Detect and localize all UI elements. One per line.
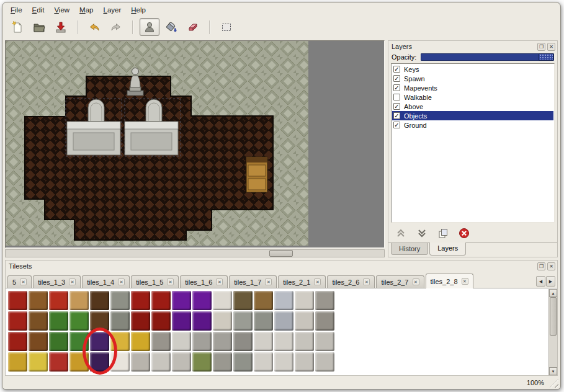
close-tab-icon[interactable]: ✕ <box>314 278 321 285</box>
tileset-tile[interactable] <box>233 290 253 311</box>
menu-item-view[interactable]: View <box>50 5 74 16</box>
layer-visibility-checkbox[interactable]: ✓ <box>393 66 400 73</box>
scroll-up-icon[interactable]: ▲ <box>549 289 557 297</box>
tileset-tile[interactable] <box>130 290 151 311</box>
layer-row-objects[interactable]: ✓Objects <box>392 111 553 120</box>
tileset-tab-tiles_1_7[interactable]: tiles_1_7✕ <box>229 275 277 288</box>
tileset-tile[interactable] <box>48 290 69 311</box>
tileset-tile[interactable] <box>28 352 48 372</box>
layer-visibility-checkbox[interactable] <box>393 94 400 100</box>
tileset-tile[interactable] <box>69 290 89 311</box>
tileset-tile[interactable] <box>192 290 212 311</box>
tileset-tile[interactable] <box>7 352 28 372</box>
opacity-slider-handle[interactable] <box>539 53 553 61</box>
tileset-tile[interactable] <box>110 311 130 331</box>
detach-panel-icon[interactable]: ❐ <box>537 262 545 270</box>
layer-row-spawn[interactable]: ✓Spawn <box>392 74 553 83</box>
tileset-tile[interactable] <box>130 311 151 331</box>
close-tab-icon[interactable]: ✕ <box>462 278 468 285</box>
map-horizontal-scrollbar[interactable] <box>5 249 385 257</box>
tileset-tile[interactable] <box>151 311 171 331</box>
tileset-tab-tiles_1_3[interactable]: tiles_1_3✕ <box>33 275 81 288</box>
tileset-tile[interactable] <box>151 290 171 311</box>
save-button[interactable] <box>51 18 71 36</box>
fill-tool-button[interactable] <box>161 18 181 36</box>
close-tab-icon[interactable]: ✕ <box>20 278 27 285</box>
tileset-tile[interactable] <box>253 290 274 311</box>
tileset-tile[interactable] <box>110 352 130 372</box>
close-tab-icon[interactable]: ✕ <box>167 278 174 285</box>
tileset-tile[interactable] <box>212 290 233 311</box>
tileset-tile[interactable] <box>274 311 294 331</box>
tileset-tile[interactable] <box>171 311 192 331</box>
tileset-tile[interactable] <box>192 311 212 331</box>
tileset-tab-5[interactable]: 5✕ <box>7 275 32 288</box>
tileset-tile[interactable] <box>130 352 151 372</box>
undo-button[interactable] <box>84 18 104 36</box>
tileset-tab-tiles_2_8[interactable]: tiles_2_8✕ <box>426 274 473 288</box>
detach-panel-icon[interactable]: ❐ <box>537 43 545 51</box>
tileset-tile[interactable] <box>7 311 28 331</box>
close-tab-icon[interactable]: ✕ <box>265 278 272 285</box>
tileset-tab-tiles_2_7[interactable]: tiles_2_7✕ <box>376 275 424 288</box>
close-tab-icon[interactable]: ✕ <box>413 278 419 285</box>
resize-grip[interactable] <box>550 379 558 388</box>
tileset-tile[interactable] <box>171 352 192 372</box>
tileset-vscroll-thumb[interactable] <box>550 297 557 336</box>
layer-row-keys[interactable]: ✓Keys <box>392 65 553 74</box>
menu-item-help[interactable]: Help <box>127 5 150 16</box>
tileset-tile[interactable] <box>7 331 28 352</box>
tileset-tile[interactable] <box>212 352 233 372</box>
tileset-tile[interactable] <box>253 311 274 331</box>
tileset-tile[interactable] <box>212 311 233 331</box>
scroll-tabs-left-icon[interactable]: ◀ <box>536 276 545 287</box>
open-file-button[interactable] <box>29 18 49 36</box>
menu-item-map[interactable]: Map <box>75 5 97 16</box>
close-panel-icon[interactable]: ✕ <box>547 43 555 51</box>
tileset-tile[interactable] <box>171 331 192 352</box>
tileset-tile[interactable] <box>253 352 274 372</box>
layer-visibility-checkbox[interactable]: ✓ <box>393 122 400 128</box>
tileset-tile[interactable] <box>315 352 335 372</box>
new-file-button[interactable] <box>7 18 27 36</box>
tileset-tile[interactable] <box>89 290 110 311</box>
tileset-tile[interactable] <box>315 311 335 331</box>
tileset-tile[interactable] <box>274 290 294 311</box>
delete-layer-button[interactable] <box>458 227 470 239</box>
tileset-tile[interactable] <box>233 311 253 331</box>
scroll-tabs-right-icon[interactable]: ▶ <box>546 276 555 287</box>
tileset-tile[interactable] <box>315 331 335 352</box>
map-canvas[interactable] <box>5 40 385 248</box>
tileset-tile[interactable] <box>110 331 130 352</box>
tileset-tile[interactable] <box>69 352 89 372</box>
layer-visibility-checkbox[interactable]: ✓ <box>393 75 400 82</box>
tileset-tile[interactable] <box>171 290 192 311</box>
tileset-tile[interactable] <box>294 331 315 352</box>
tileset-tile[interactable] <box>7 290 28 311</box>
tileset-tile[interactable] <box>151 331 171 352</box>
tileset-tile[interactable] <box>212 331 233 352</box>
rect-select-tool-button[interactable] <box>217 18 236 36</box>
tileset-tile[interactable] <box>294 290 315 311</box>
tileset-tile[interactable] <box>192 352 212 372</box>
layer-row-ground[interactable]: ✓Ground <box>392 120 553 130</box>
panel-tab-layers[interactable]: Layers <box>429 243 466 256</box>
tileset-tile[interactable] <box>233 331 253 352</box>
tileset-tile[interactable] <box>48 311 69 331</box>
layer-visibility-checkbox[interactable]: ✓ <box>393 112 400 119</box>
tileset-tile[interactable] <box>89 331 110 352</box>
tileset-tile[interactable] <box>130 331 151 352</box>
tileset-view[interactable]: ▲ ▼ <box>6 288 557 375</box>
tileset-tile[interactable] <box>69 311 89 331</box>
tileset-tile[interactable] <box>48 331 69 352</box>
tileset-tile[interactable] <box>233 352 253 372</box>
menu-item-file[interactable]: File <box>6 5 27 16</box>
tileset-tile[interactable] <box>48 352 69 372</box>
close-tab-icon[interactable]: ✕ <box>363 278 370 285</box>
stamp-tool-button[interactable] <box>140 18 159 36</box>
tileset-tile[interactable] <box>69 331 89 352</box>
close-tab-icon[interactable]: ✕ <box>216 278 223 285</box>
tileset-tile[interactable] <box>253 331 274 352</box>
layer-row-walkable[interactable]: Walkable <box>392 92 553 102</box>
layer-row-above[interactable]: ✓Above <box>392 102 553 111</box>
